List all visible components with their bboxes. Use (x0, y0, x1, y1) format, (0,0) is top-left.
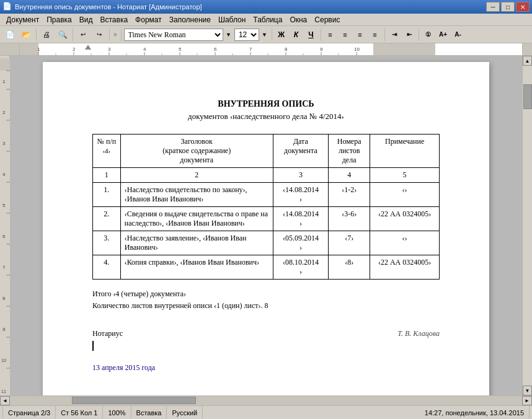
table-cell-num-1: 1. (93, 183, 121, 207)
table-num-row-3: 3 (273, 168, 328, 183)
table-cell-date-1: ‹14.08.2014› (273, 183, 328, 207)
app-icon: 📄 (2, 2, 12, 12)
table-header-num: № п/п‹4› (93, 135, 121, 168)
preview-button[interactable]: 🔍 (55, 28, 70, 42)
table-row: 3. ‹Наследство заявление›, ‹Иванов Иван … (93, 231, 440, 255)
new-button[interactable]: 📄 (2, 28, 17, 42)
scroll-up-button[interactable]: ▲ (523, 56, 532, 66)
title-bar: 📄 Внутренняя опись документов - Нотариат… (0, 0, 532, 14)
document-page: ВНУТРЕННЯЯ ОПИСЬ документов ‹наследствен… (43, 62, 489, 395)
svg-text:7: 7 (2, 265, 6, 270)
outdent-button[interactable]: ⇤ (402, 29, 416, 41)
table-cell-title-2: ‹Сведения о выдаче свидетельства о праве… (120, 207, 273, 231)
table-row: 2. ‹Сведения о выдаче свидетельства о пр… (93, 207, 440, 231)
menu-table[interactable]: Таблица (249, 15, 286, 25)
list-num-button[interactable]: ① (422, 29, 435, 41)
underline-button[interactable]: Ч (304, 29, 318, 41)
indent-button[interactable]: ⇥ (388, 29, 401, 41)
status-page: Страница 2/3 (2, 406, 56, 419)
ruler-main: 1 2 3 4 5 6 7 8 9 10 (20, 43, 522, 55)
status-language: Русский (167, 406, 203, 419)
align-center-button[interactable]: ≡ (339, 29, 352, 41)
italic-button[interactable]: К (290, 29, 303, 41)
align-left-button[interactable]: ≡ (324, 29, 337, 41)
table-cell-note-4: ‹22 АА 0324005› (370, 255, 440, 280)
close-button[interactable]: ✕ (516, 2, 530, 12)
table-cell-date-2: ‹14.08.2014› (273, 207, 328, 231)
notary-line: Нотариус Т. В. Клацова (92, 329, 440, 338)
align-justify-button[interactable]: ≡ (368, 29, 382, 41)
window-title: Внутренняя опись документов - Нотариат [… (15, 3, 486, 11)
toolbar-sep-5 (272, 29, 272, 41)
minimize-button[interactable]: ─ (486, 2, 500, 12)
toolbar-sep-8 (419, 29, 419, 41)
notary-section: Нотариус Т. В. Клацова 13 апреля 2015 го… (92, 329, 440, 373)
table-cell-date-4: ‹08.10.2014› (273, 255, 328, 280)
footer-total: Итого ‹4 (четыре) документа› (92, 289, 440, 299)
notary-signature: Т. В. Клацова (397, 329, 440, 338)
document-table: № п/п‹4› Заголовок(краткое содержание)до… (92, 134, 440, 280)
font-size-dec-button[interactable]: A- (451, 29, 465, 41)
menu-fill[interactable]: Заполнение (166, 15, 215, 25)
table-num-row-2: 2 (120, 168, 273, 183)
vertical-ruler: 1 2 3 4 5 6 7 8 9 10 11 (0, 56, 10, 395)
window-controls: ─ □ ✕ (486, 2, 530, 12)
redo-button[interactable]: ↪ (92, 28, 107, 42)
font-size-inc-button[interactable]: A+ (437, 29, 450, 41)
print-button[interactable]: 🖨 (39, 28, 54, 42)
table-cell-note-1: ‹› (370, 183, 440, 207)
svg-text:8: 8 (285, 46, 288, 52)
status-position: Ст 56 Кол 1 (56, 406, 103, 419)
table-cell-date-3: ‹05.09.2014› (273, 231, 328, 255)
ruler-right (522, 43, 532, 55)
vertical-scrollbar[interactable]: ▲ ▼ (522, 56, 532, 395)
undo-button[interactable]: ↩ (76, 28, 91, 42)
scroll-thumb[interactable] (523, 84, 532, 109)
toolbar-sep-6 (321, 29, 321, 41)
scroll-right-button[interactable]: ► (522, 396, 532, 405)
document-subtitle: документов ‹наследственного дела № 4/201… (92, 112, 440, 121)
notary-label: Нотариус (92, 329, 123, 338)
scroll-down-button[interactable]: ▼ (523, 386, 532, 395)
svg-text:7: 7 (249, 46, 252, 52)
horizontal-scrollbar[interactable]: ◄ ► (0, 395, 532, 405)
font-size-selector[interactable]: 12 (234, 29, 259, 41)
bold-button[interactable]: Ж (275, 29, 288, 41)
menu-template[interactable]: Шаблон (215, 15, 249, 25)
menu-edit[interactable]: Правка (43, 15, 76, 25)
menu-view[interactable]: Вид (76, 15, 97, 25)
svg-text:2: 2 (2, 110, 6, 115)
svg-text:10: 10 (354, 46, 360, 52)
font-size-dropdown[interactable]: ▼ (260, 28, 269, 42)
svg-text:1: 1 (2, 79, 6, 84)
toolbar-sep-7 (384, 29, 385, 41)
menu-service[interactable]: Сервис (311, 15, 344, 25)
menu-document[interactable]: Документ (2, 15, 43, 25)
maximize-button[interactable]: □ (501, 2, 515, 12)
table-num-row-5: 5 (370, 168, 440, 183)
footer-sheets: Количество листов внутренней описи ‹1 (о… (92, 301, 440, 311)
notary-date: 13 апреля 2015 года (92, 363, 440, 373)
menu-windows[interactable]: Окна (286, 15, 311, 25)
scroll-left-button[interactable]: ◄ (0, 396, 10, 405)
svg-text:4: 4 (143, 46, 146, 52)
h-scroll-thumb[interactable] (72, 397, 196, 404)
toolbar-sep-4 (121, 29, 122, 41)
scroll-track[interactable] (523, 66, 532, 386)
svg-text:5: 5 (2, 203, 6, 208)
menu-format[interactable]: Формат (131, 15, 166, 25)
status-time: 14:27, понедельник, 13.04.2015 (420, 406, 530, 419)
font-name-selector[interactable]: Times New Roman (124, 29, 223, 41)
document-footer: Итого ‹4 (четыре) документа› Количество … (92, 289, 440, 311)
svg-text:1: 1 (37, 46, 40, 52)
h-scroll-track[interactable] (10, 396, 522, 405)
toolbar-sep-1 (36, 29, 37, 41)
align-right-button[interactable]: ≡ (353, 29, 367, 41)
svg-text:6: 6 (2, 234, 6, 239)
menu-insert[interactable]: Вставка (97, 15, 132, 25)
font-name-dropdown[interactable]: ▼ (224, 28, 233, 42)
svg-text:11: 11 (1, 389, 6, 394)
table-cell-sheets-2: ‹3-6› (329, 207, 370, 231)
table-cell-num-4: 4. (93, 255, 121, 280)
open-button[interactable]: 📂 (19, 28, 33, 42)
